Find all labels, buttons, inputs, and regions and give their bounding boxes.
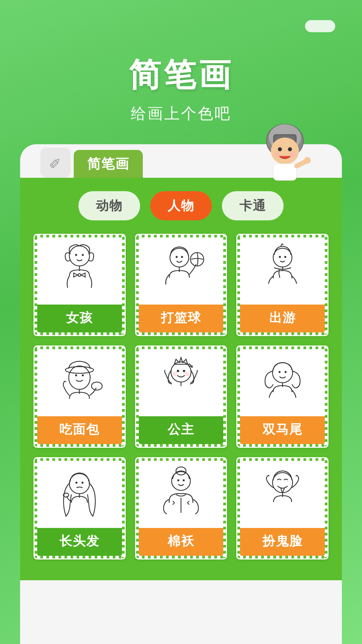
svg-point-27 (69, 366, 90, 389)
card-label-jacket: 棉袄 (139, 528, 224, 556)
drawing-longhair (53, 464, 106, 525)
svg-point-46 (63, 493, 69, 497)
svg-point-24 (284, 256, 286, 258)
drawing-travel (256, 241, 309, 301)
background: 简笔画 给画上个色吧 ✏ 简笔画 (0, 0, 362, 644)
svg-point-48 (176, 467, 186, 475)
card-image-longhair (37, 461, 122, 528)
content-area: 动物 人物 卡通 (20, 178, 342, 580)
header: 简笔画 给画上个色吧 (129, 54, 233, 124)
card-label-ghost: 扮鬼脸 (240, 528, 325, 556)
card-image-twintails (240, 349, 325, 416)
card-label-princess: 公主 (139, 416, 224, 444)
svg-point-35 (173, 372, 177, 376)
svg-point-31 (92, 382, 102, 390)
card-image-bread (37, 349, 122, 416)
card-girl[interactable]: 女孩 (34, 234, 126, 336)
svg-point-22 (273, 248, 292, 267)
svg-point-14 (82, 254, 84, 256)
drawing-princess (154, 353, 208, 413)
svg-point-34 (183, 370, 185, 372)
category-cartoon[interactable]: 卡通 (222, 191, 284, 220)
svg-point-8 (289, 151, 296, 158)
tab-active-label[interactable]: 简笔画 (74, 150, 143, 178)
drawing-twintails (256, 353, 309, 413)
svg-point-38 (273, 363, 293, 383)
svg-point-23 (279, 256, 281, 258)
drawing-ghost (256, 464, 309, 525)
svg-point-26 (65, 367, 94, 373)
card-image-travel (240, 237, 325, 305)
svg-point-4 (271, 138, 299, 164)
svg-point-49 (177, 479, 179, 481)
svg-point-32 (171, 362, 191, 382)
svg-point-52 (273, 473, 293, 493)
mascot-svg (255, 117, 315, 181)
card-image-girl (37, 237, 122, 305)
card-image-princess (139, 349, 224, 416)
svg-point-44 (81, 482, 83, 484)
svg-point-21 (190, 253, 204, 266)
drawing-girl (53, 241, 106, 301)
svg-point-43 (75, 482, 77, 484)
svg-point-36 (185, 372, 189, 376)
card-label-longhair: 长头发 (37, 528, 122, 556)
main-card: ✏ 简笔画 (20, 144, 342, 644)
mascot (255, 117, 322, 184)
svg-point-33 (177, 370, 179, 372)
drawing-basketball (154, 241, 208, 301)
card-image-ghost (240, 461, 325, 528)
card-grid: 女孩 (34, 234, 328, 559)
svg-point-16 (78, 274, 81, 276)
tab-bar: ✏ 简笔画 (20, 144, 342, 178)
svg-point-42 (69, 474, 89, 494)
pencil-icon: ✏ (45, 152, 66, 173)
app-title: 简笔画 (129, 54, 233, 97)
svg-point-40 (285, 371, 287, 373)
card-label-travel: 出游 (240, 305, 325, 332)
card-travel[interactable]: 出游 (236, 234, 328, 336)
svg-point-13 (75, 254, 77, 256)
svg-point-50 (183, 479, 185, 481)
card-bread[interactable]: 吃面包 (34, 345, 126, 448)
card-image-jacket (139, 461, 224, 528)
card-princess[interactable]: 公主 (135, 345, 227, 448)
svg-point-29 (82, 374, 84, 376)
card-label-girl: 女孩 (37, 305, 122, 332)
svg-point-47 (172, 472, 190, 490)
card-label-bread: 吃面包 (37, 416, 122, 444)
pencil-tab[interactable]: ✏ (40, 148, 70, 178)
svg-point-18 (176, 256, 178, 258)
card-jacket[interactable]: 棉袄 (135, 457, 227, 559)
drawing-jacket (154, 464, 208, 525)
card-twintails[interactable]: 双马尾 (236, 345, 328, 448)
category-animals[interactable]: 动物 (78, 191, 140, 220)
svg-rect-9 (273, 164, 297, 180)
svg-point-5 (278, 147, 282, 151)
card-basketball[interactable]: 打篮球 (135, 234, 227, 336)
svg-point-11 (304, 157, 311, 164)
category-people[interactable]: 人物 (150, 191, 212, 220)
svg-point-39 (279, 371, 281, 373)
drawing-bread (53, 353, 106, 413)
card-label-basketball: 打篮球 (139, 305, 224, 332)
svg-point-19 (181, 256, 183, 258)
svg-point-6 (288, 147, 292, 151)
svg-point-12 (69, 246, 89, 266)
card-label-twintails: 双马尾 (240, 416, 325, 444)
top-pill-indicator (305, 20, 335, 32)
svg-point-28 (75, 374, 77, 376)
svg-point-7 (274, 151, 281, 158)
card-ghost[interactable]: 扮鬼脸 (236, 457, 328, 559)
card-image-basketball (139, 237, 224, 305)
svg-point-17 (170, 248, 189, 267)
category-bar: 动物 人物 卡通 (34, 191, 328, 220)
app-subtitle: 给画上个色吧 (129, 103, 233, 124)
card-longhair[interactable]: 长头发 (34, 457, 126, 559)
